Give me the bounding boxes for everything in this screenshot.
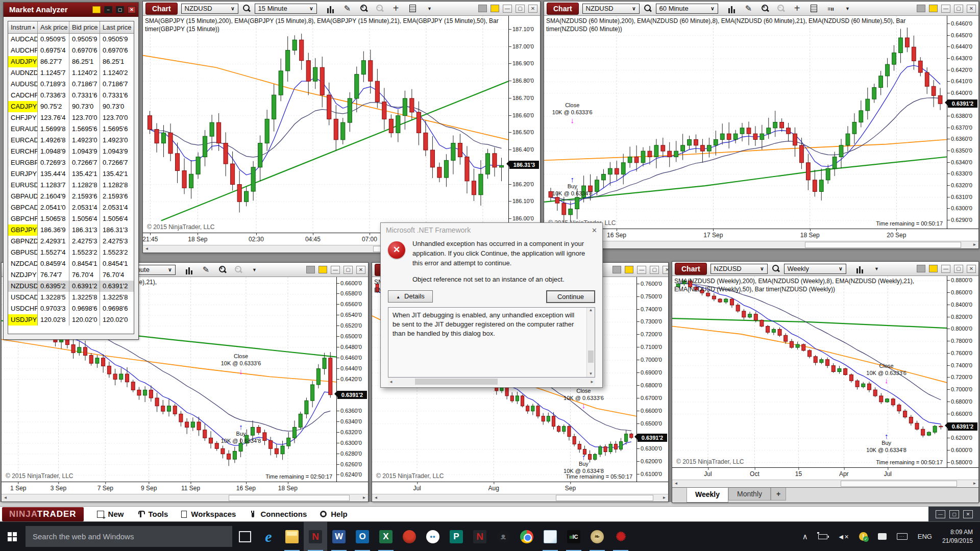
column-header[interactable]: Ask price [38, 21, 69, 33]
taskbar-edge-icon[interactable]: e [257, 522, 280, 551]
taskbar-excel-icon[interactable]: X [374, 522, 398, 551]
table-row[interactable]: EURGBP0.7269'30.7266'70.7266'7 [8, 157, 134, 168]
close-button[interactable]: ✕ [128, 6, 136, 13]
instrument-cell[interactable]: USDCHF [8, 303, 38, 314]
table-row[interactable]: NZDJPY76.74'776.70'476.70'4 [8, 269, 134, 281]
yellow-swatch-button[interactable] [625, 266, 633, 273]
maximize-button[interactable]: ▢ [949, 510, 959, 518]
scroll-left-arrow-icon[interactable]: ◄ [672, 480, 680, 487]
yellow-swatch-button[interactable] [929, 5, 938, 12]
table-row[interactable]: AUDJPY86.27'786.25'186.25'1 [8, 56, 134, 67]
instrument-cell[interactable]: AUDUSD [8, 79, 38, 90]
instrument-cell[interactable]: EURCHF [8, 146, 38, 157]
interval-select[interactable]: 15 Minute∨ [255, 4, 317, 14]
instrument-cell[interactable]: GBPCHF [8, 213, 38, 224]
table-row[interactable]: USDJPY120.02'8120.02'0120.02'0 [8, 314, 134, 325]
dialog-titlebar[interactable]: Microsoft .NET Framework ✕ [381, 223, 602, 237]
gray-swatch-button[interactable] [612, 266, 621, 273]
table-row[interactable]: NZDUSD0.6395'20.6391'20.6391'2 [8, 281, 134, 292]
table-row[interactable]: USDCHF0.9703'30.9698'60.9698'6 [8, 303, 134, 314]
horizontal-scrollbar[interactable]: ◄ ► [2, 494, 368, 502]
touch-keyboard-icon[interactable]: ··· [897, 533, 908, 540]
minimize-button[interactable]: — [941, 265, 950, 273]
instrument-cell[interactable]: EURCAD [8, 135, 38, 146]
more-options-icon[interactable]: ▼ [425, 4, 435, 13]
instrument-cell[interactable]: EURJPY [8, 168, 38, 180]
instrument-select[interactable]: NZDUSD∨ [181, 4, 238, 14]
chart-style-icon[interactable] [184, 265, 194, 274]
chart-tab-monthly[interactable]: Monthly [728, 488, 771, 500]
column-header[interactable]: Bid price [69, 21, 100, 33]
chart-titlebar[interactable]: Chart NZDUSD∨ 15 Minute∨ ✎+−+▼ — ▢ ✕ [143, 2, 540, 16]
chart-style-icon[interactable] [326, 4, 336, 13]
close-button[interactable]: ✕ [663, 266, 668, 274]
more-options-icon[interactable]: ▼ [843, 4, 853, 13]
yellow-swatch-button[interactable] [929, 265, 938, 272]
scroll-right-arrow-icon[interactable]: ► [971, 480, 978, 487]
gray-swatch-button[interactable] [478, 5, 487, 12]
close-button[interactable]: ✕ [967, 265, 976, 273]
instrument-cell[interactable]: AUDNZD [8, 67, 38, 79]
gray-swatch-button[interactable] [917, 5, 925, 12]
instrument-cell[interactable]: EURGBP [8, 157, 38, 168]
instrument-cell[interactable]: GBPAUD [8, 191, 38, 202]
table-row[interactable]: CADJPY90.75'290.73'090.73'0 [8, 101, 134, 112]
taskbar-ninjatrader-icon[interactable]: N [304, 522, 327, 551]
instrument-cell[interactable]: AUDJPY [8, 56, 38, 67]
chart-style-icon[interactable] [727, 4, 737, 13]
taskbar-search-input[interactable]: Search the web and Windows [26, 526, 232, 547]
instrument-select[interactable]: NZDUSD∨ [582, 4, 640, 14]
time-axis[interactable]: 1 Sep3 Sep7 Sep9 Sep11 Sep16 Sep18 Sep [2, 482, 368, 494]
gray-swatch-button[interactable] [917, 265, 925, 272]
minimize-button[interactable]: — [936, 510, 945, 518]
instrument-search-icon[interactable] [242, 4, 251, 13]
table-row[interactable]: GBPAUD2.1604'92.1593'62.1593'6 [8, 191, 134, 202]
time-axis[interactable]: JulOct15AprJul [672, 467, 978, 480]
taskbar-file-explorer-icon[interactable] [280, 522, 304, 551]
price-axis[interactable]: 0.7600'00.7500'00.7400'00.7300'00.7200'0… [636, 277, 668, 482]
taskbar-moneydance-icon[interactable]: •• [421, 522, 445, 551]
table-row[interactable]: GBPUSD1.5527'41.5523'21.5523'2 [8, 247, 134, 258]
scroll-left-arrow-icon[interactable]: ◄ [372, 494, 380, 502]
chart-plot-area[interactable]: SMA(NZDUSD (60 Minute),200), EMA(NZDUSD … [544, 16, 947, 229]
maximize-button[interactable]: ▢ [516, 5, 525, 13]
continue-button[interactable]: Continue [546, 290, 595, 303]
close-button[interactable]: ✕ [356, 266, 365, 274]
instrument-cell[interactable]: CADJPY [8, 101, 38, 112]
tray-expand-chevron-icon[interactable]: ∧ [802, 532, 808, 541]
interval-select[interactable]: Weekly∨ [784, 264, 846, 274]
table-row[interactable]: CHFJPY123.76'4123.70'0123.70'0 [8, 112, 134, 123]
market-analyzer-table[interactable]: Instrument▲Ask priceBid priceLast priceA… [8, 21, 134, 334]
close-button[interactable]: ✕ [963, 510, 973, 518]
taskbar-cat-app-icon[interactable]: ᴥ [492, 522, 515, 551]
chart-style-icon[interactable] [855, 264, 865, 273]
instrument-cell[interactable]: EURAUD [8, 123, 38, 135]
minimize-button[interactable]: – [104, 6, 112, 13]
gray-swatch-button[interactable] [306, 266, 315, 273]
scroll-left-arrow-icon[interactable]: ◄ [2, 494, 9, 502]
minimize-button[interactable]: — [503, 5, 512, 13]
time-axis[interactable]: JulAugSep [372, 482, 668, 494]
taskbar-creature-app-icon[interactable]: ✺ [609, 522, 632, 551]
taskbar-outlook-icon[interactable]: O [351, 522, 374, 551]
taskbar-word-icon[interactable]: W [327, 522, 351, 551]
dialog-close-icon[interactable]: ✕ [592, 227, 597, 234]
zoom-in-icon[interactable]: + [359, 4, 369, 13]
scroll-right-arrow-icon[interactable]: ► [360, 494, 368, 502]
maximize-button[interactable]: ▢ [954, 5, 963, 13]
instrument-cell[interactable]: CADCHF [8, 90, 38, 101]
drawing-tools-icon[interactable]: ✎ [342, 4, 353, 13]
instrument-cell[interactable]: USDJPY [8, 314, 38, 325]
crosshair-icon[interactable]: + [391, 4, 401, 13]
table-row[interactable]: GBPCHF1.5065'81.5056'41.5056'4 [8, 213, 134, 224]
taskbar-task-view-icon[interactable] [233, 522, 257, 551]
price-axis[interactable]: 187.10'0187.00'0186.90'0186.80'0186.70'0… [508, 16, 540, 233]
menu-help[interactable]: Help [320, 510, 348, 518]
dialog-vertical-scrollbar[interactable]: ▲▼ [586, 308, 595, 377]
close-button[interactable]: ✕ [528, 5, 537, 13]
time-axis[interactable]: 16 Sep17 Sep18 Sep20 Sep [544, 229, 978, 241]
taskbar-ninjatrader-2-icon[interactable]: N [468, 522, 492, 551]
maximize-button[interactable]: ▢ [116, 6, 124, 13]
maximize-button[interactable]: ▢ [954, 265, 963, 273]
dialog-horizontal-scrollbar[interactable]: ◄► [388, 378, 595, 386]
